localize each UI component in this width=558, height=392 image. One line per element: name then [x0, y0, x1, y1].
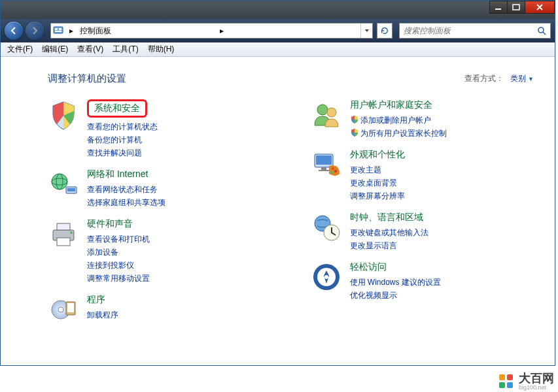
back-button[interactable] [5, 22, 23, 40]
svg-point-21 [327, 108, 336, 117]
category-link[interactable]: 查找并解决问题 [87, 146, 158, 159]
menu-bar: 文件(F) 编辑(E) 查看(V) 工具(T) 帮助(H) [1, 42, 555, 57]
category-title[interactable]: 用户帐户和家庭安全 [350, 99, 447, 111]
category-link[interactable]: 卸载程序 [87, 308, 118, 321]
svg-rect-36 [499, 382, 505, 388]
shield-icon [48, 99, 79, 131]
svg-rect-24 [321, 167, 326, 170]
category-network: 网络和 Internet 查看网络状态和任务 选择家庭组和共享选项 [48, 169, 271, 209]
category-link[interactable]: 选择家庭组和共享选项 [87, 196, 166, 209]
category-link[interactable]: 更改键盘或其他输入法 [350, 226, 428, 239]
category-title[interactable]: 时钟、语言和区域 [350, 212, 428, 223]
category-link[interactable]: 优化视频显示 [350, 289, 441, 302]
svg-rect-19 [67, 303, 74, 312]
category-clock-language: 时钟、语言和区域 更改键盘或其他输入法 更改显示语言 [311, 212, 534, 252]
svg-rect-11 [67, 188, 75, 191]
svg-rect-1 [513, 5, 519, 10]
category-title[interactable]: 外观和个性化 [350, 149, 405, 161]
menu-file[interactable]: 文件(F) [3, 42, 37, 56]
watermark-logo-icon [498, 373, 515, 390]
svg-rect-23 [316, 155, 332, 165]
menu-help[interactable]: 帮助(H) [144, 42, 179, 56]
control-panel-icon [51, 25, 65, 36]
close-button[interactable] [525, 1, 555, 14]
category-title[interactable]: 程序 [87, 294, 118, 306]
svg-point-27 [334, 170, 337, 172]
category-link[interactable]: 备份您的计算机 [87, 133, 158, 146]
category-appearance: 外观和个性化 更改主题 更改桌面背景 调整屏幕分辨率 [311, 149, 534, 203]
svg-rect-0 [495, 8, 501, 10]
minimize-button[interactable] [489, 1, 508, 14]
category-link[interactable]: 为所有用户设置家长控制 [350, 127, 447, 140]
category-title[interactable]: 硬件和声音 [87, 218, 150, 230]
search-input[interactable] [400, 26, 533, 35]
maximize-button[interactable] [507, 1, 525, 14]
search-icon[interactable] [533, 25, 550, 36]
svg-rect-5 [55, 31, 61, 32]
forward-button[interactable] [26, 22, 44, 40]
category-users: 用户帐户和家庭安全 添加或删除用户帐户 为所有用户设置家长控制 [311, 99, 534, 140]
titlebar [1, 1, 555, 19]
refresh-button[interactable] [377, 23, 392, 39]
category-ease-of-access: 轻松访问 使用 Windows 建议的设置 优化视频显示 [311, 261, 534, 302]
svg-rect-35 [507, 374, 513, 380]
category-link[interactable]: 更改桌面背景 [350, 176, 405, 189]
svg-rect-3 [55, 28, 58, 30]
svg-rect-13 [57, 223, 70, 230]
menu-edit[interactable]: 编辑(E) [38, 42, 72, 56]
watermark: 大百网 big100.net [498, 372, 554, 391]
uac-shield-icon [350, 128, 359, 137]
view-mode-dropdown[interactable]: 类别 ▼ [510, 73, 534, 84]
nav-bar: ▸ 控制面板 ▸ [1, 19, 555, 42]
category-system-security: 系统和安全 查看您的计算机状态 备份您的计算机 查找并解决问题 [48, 99, 271, 159]
svg-point-7 [52, 174, 67, 189]
appearance-icon [311, 149, 342, 180]
category-link[interactable]: 添加或删除用户帐户 [350, 114, 447, 127]
category-link[interactable]: 查看设备和打印机 [87, 233, 150, 246]
globe-network-icon [48, 169, 79, 200]
category-title[interactable]: 系统和安全 [87, 99, 158, 118]
category-link[interactable]: 更改显示语言 [350, 239, 428, 252]
address-dropdown[interactable] [360, 24, 372, 38]
menu-tools[interactable]: 工具(T) [109, 42, 142, 56]
category-link[interactable]: 使用 Windows 建议的设置 [350, 276, 441, 289]
category-title[interactable]: 网络和 Internet [87, 169, 166, 180]
chevron-right-icon: ▸ [216, 26, 228, 35]
content-area: 调整计算机的设置 查看方式： 类别 ▼ 系统和安全 查看您的计算机状态 备份您的… [1, 57, 555, 365]
svg-point-6 [538, 27, 544, 33]
category-link[interactable]: 调整常用移动设置 [87, 272, 150, 285]
category-link[interactable]: 查看网络状态和任务 [87, 183, 166, 196]
search-box[interactable] [399, 23, 551, 39]
menu-view[interactable]: 查看(V) [73, 42, 107, 56]
svg-rect-25 [319, 170, 329, 171]
svg-point-15 [70, 231, 73, 234]
chevron-right-icon: ▸ [65, 26, 77, 35]
svg-point-20 [317, 105, 328, 115]
category-title[interactable]: 轻松访问 [350, 261, 441, 273]
address-bar[interactable]: ▸ 控制面板 ▸ [50, 23, 373, 39]
printer-icon [48, 218, 79, 250]
page-title: 调整计算机的设置 [48, 73, 126, 85]
breadcrumb[interactable]: 控制面板 [77, 25, 216, 37]
category-link[interactable]: 连接到投影仪 [87, 259, 150, 272]
users-icon [311, 99, 342, 131]
svg-point-26 [332, 167, 334, 170]
clock-globe-icon [311, 212, 342, 243]
svg-rect-14 [57, 238, 70, 246]
svg-rect-4 [59, 28, 61, 30]
category-link[interactable]: 调整屏幕分辨率 [350, 189, 405, 203]
svg-rect-34 [499, 374, 505, 380]
category-link[interactable]: 查看您的计算机状态 [87, 120, 158, 133]
view-mode-label: 查看方式： [464, 73, 504, 84]
watermark-name: 大百网 [519, 372, 554, 384]
svg-point-17 [58, 307, 63, 312]
programs-icon [48, 294, 79, 325]
ease-of-access-icon [311, 261, 342, 293]
svg-point-28 [330, 171, 333, 174]
category-link[interactable]: 添加设备 [87, 246, 150, 259]
category-programs: 程序 卸载程序 [48, 294, 271, 325]
view-mode: 查看方式： 类别 ▼ [464, 73, 534, 84]
uac-shield-icon [350, 115, 359, 124]
category-hardware: 硬件和声音 查看设备和打印机 添加设备 连接到投影仪 调整常用移动设置 [48, 218, 271, 285]
category-link[interactable]: 更改主题 [350, 163, 405, 176]
